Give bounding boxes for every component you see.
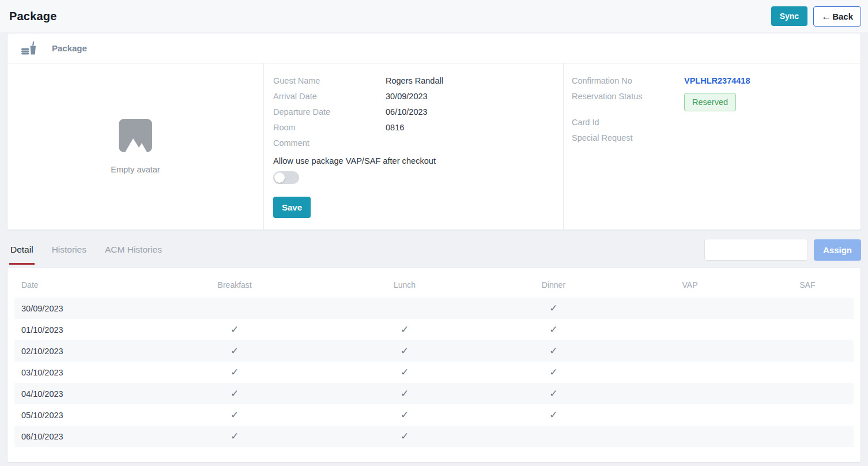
sync-button[interactable]: Sync [771,6,807,26]
tab-acm-histories[interactable]: ACM Histories [104,239,163,265]
vap-cell [618,298,761,319]
vap-saf-toggle-label: Allow use package VAP/SAF after checkout [273,156,557,166]
breakfast-cell: ✓ [149,340,320,362]
dinner-cell [489,426,619,447]
check-icon: ✓ [549,367,557,378]
saf-cell [761,404,854,426]
check-icon: ✓ [231,388,239,399]
table-row: 03/10/2023✓✓✓ [14,362,854,383]
package-card-header: Package [7,33,861,63]
check-icon: ✓ [231,345,239,356]
check-icon: ✓ [401,388,409,399]
column-header-lunch: Lunch [320,273,488,298]
check-icon: ✓ [401,345,409,356]
avatar-column: Empty avatar [7,63,264,230]
field-row: Room0816 [273,123,557,132]
package-card: Package Empty avatar Guest NameRogers Ra… [7,33,861,230]
field-row: Guest NameRogers Randall [273,76,557,85]
package-card-body: Empty avatar Guest NameRogers RandallArr… [7,63,861,230]
field-row: Card Id [572,118,855,127]
field-value: 06/10/2023 [386,107,428,116]
field-label: Guest Name [273,76,386,85]
field-label: Confirmation No [572,76,684,85]
table-body: 30/09/2023✓01/10/2023✓✓✓02/10/2023✓✓✓03/… [14,298,854,447]
check-icon: ✓ [549,409,557,420]
lunch-cell: ✓ [320,426,488,447]
dinner-cell: ✓ [489,298,619,319]
assign-input[interactable] [704,239,808,261]
date-cell: 04/10/2023 [14,383,149,404]
field-label: Reservation Status [572,92,684,101]
breakfast-cell: ✓ [149,362,320,383]
assign-button[interactable]: Assign [814,239,861,261]
tab-histories[interactable]: Histories [51,239,88,265]
table-row: 01/10/2023✓✓✓ [14,319,854,340]
column-header-vap: VAP [618,273,761,298]
field-row: Special Request [572,133,855,142]
field-row: Comment [273,138,557,148]
date-cell: 05/10/2023 [14,404,149,426]
saf-cell [761,362,854,383]
package-card-title: Package [52,43,87,53]
assign-group: Assign [704,239,861,261]
saf-cell [761,319,854,340]
field-label: Departure Date [273,107,386,116]
vap-saf-toggle[interactable] [273,171,299,184]
check-icon: ✓ [401,324,409,335]
breakfast-cell: ✓ [149,319,320,340]
date-cell: 01/10/2023 [14,319,149,340]
vap-cell [618,340,761,362]
toggle-knob [274,172,285,183]
check-icon: ✓ [231,367,239,378]
field-label: Arrival Date [273,92,386,101]
column-header-breakfast: Breakfast [149,273,320,298]
date-cell: 06/10/2023 [14,426,149,447]
topbar-actions: Sync ←Back [771,6,861,27]
lunch-cell: ✓ [320,362,488,383]
field-label: Room [273,123,386,132]
vap-cell [618,426,761,447]
vap-cell [618,362,761,383]
vap-cell [618,383,761,404]
reservation-status-badge: Reserved [684,93,736,111]
empty-avatar-caption: Empty avatar [111,165,160,174]
table-row: 05/10/2023✓✓✓ [14,404,854,426]
vap-cell [618,319,761,340]
saf-cell [761,426,854,447]
save-button[interactable]: Save [273,197,311,218]
package-detail-card: DateBreakfastLunchDinnerVAPSAF 30/09/202… [7,267,861,463]
check-icon: ✓ [231,324,239,335]
table-header-row: DateBreakfastLunchDinnerVAPSAF [14,273,854,298]
reservation-column: Confirmation NoVPLHLR2374418Reservation … [564,63,861,230]
field-label: Comment [273,138,386,148]
back-arrow-icon: ← [821,12,831,21]
confirmation-link[interactable]: VPLHLR2374418 [684,76,750,85]
column-header-dinner: Dinner [489,273,619,298]
lunch-cell: ✓ [320,404,488,426]
check-icon: ✓ [549,303,557,314]
breakfast-cell: ✓ [149,426,320,447]
back-button[interactable]: ←Back [813,6,861,27]
field-row: Reservation StatusReserved [572,92,855,111]
field-row: Arrival Date30/09/2023 [273,92,557,101]
back-button-label: Back [832,12,853,21]
column-header-saf: SAF [761,273,854,298]
package-detail-table: DateBreakfastLunchDinnerVAPSAF 30/09/202… [14,273,854,447]
table-row: 30/09/2023✓ [14,298,854,319]
reservation-fields: Confirmation NoVPLHLR2374418Reservation … [572,76,855,142]
tabs-row: DetailHistoriesACM Histories Assign [0,230,868,265]
date-cell: 03/10/2023 [14,362,149,383]
lunch-cell: ✓ [320,383,488,404]
guest-fields: Guest NameRogers RandallArrival Date30/0… [273,76,557,148]
dinner-cell: ✓ [489,319,619,340]
image-icon [123,135,148,152]
guest-column: Guest NameRogers RandallArrival Date30/0… [264,63,564,230]
breakfast-cell: ✓ [149,404,320,426]
field-value: 30/09/2023 [386,92,428,101]
fastfood-icon [21,41,37,55]
check-icon: ✓ [549,345,557,356]
field-row: Departure Date06/10/2023 [273,107,557,116]
tab-detail[interactable]: Detail [9,239,35,265]
breakfast-cell [149,298,320,319]
check-icon: ✓ [401,409,409,420]
